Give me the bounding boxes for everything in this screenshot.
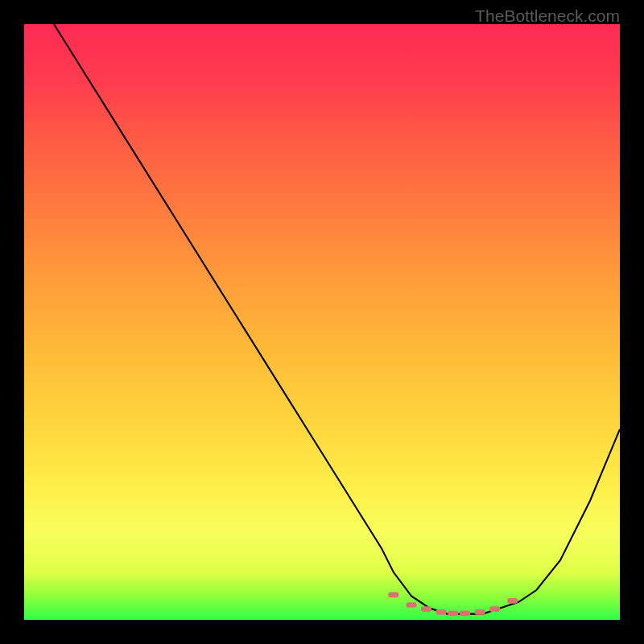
marker-dot — [448, 611, 458, 617]
optimal-range-markers — [388, 592, 518, 617]
attribution-text: TheBottleneck.com — [475, 6, 620, 26]
marker-dot — [388, 592, 398, 598]
chart-plot-area — [24, 24, 620, 620]
bottleneck-curve-line — [54, 24, 620, 614]
bottleneck-curve-svg — [24, 24, 620, 620]
marker-dot — [507, 598, 518, 604]
marker-dot — [406, 602, 416, 608]
marker-dot — [421, 606, 431, 612]
marker-dot — [489, 606, 500, 612]
marker-dot — [460, 611, 470, 617]
marker-dot — [474, 609, 485, 615]
marker-dot — [436, 609, 446, 615]
